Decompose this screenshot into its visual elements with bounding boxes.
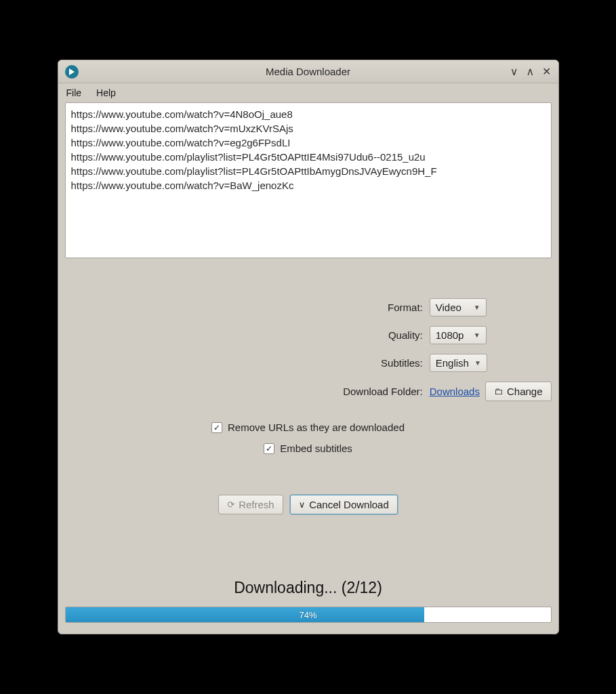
minimize-button[interactable]: ∨ bbox=[510, 66, 518, 77]
remove-urls-checkbox[interactable]: ✓ Remove URLs as they are downloaded bbox=[211, 422, 405, 433]
progress-bar: 74% bbox=[65, 607, 552, 623]
cancel-download-button[interactable]: ∨ Cancel Download bbox=[290, 495, 398, 514]
check-icon: ✓ bbox=[211, 422, 222, 433]
embed-subtitles-checkbox[interactable]: ✓ Embed subtitles bbox=[264, 443, 352, 454]
check-icon: ✓ bbox=[264, 443, 274, 454]
refresh-button[interactable]: ⟳ Refresh bbox=[218, 495, 283, 514]
window-controls: ∨ ∧ ✕ bbox=[510, 66, 552, 77]
play-icon bbox=[65, 65, 79, 79]
subtitles-value: English bbox=[436, 357, 469, 369]
quality-dropdown[interactable]: 1080p ▼ bbox=[430, 326, 487, 344]
checkbox-group: ✓ Remove URLs as they are downloaded ✓ E… bbox=[65, 422, 552, 454]
status-text: Downloading... (2/12) bbox=[65, 579, 552, 597]
menu-file[interactable]: File bbox=[64, 86, 85, 100]
menu-help[interactable]: Help bbox=[94, 86, 119, 100]
progress-label: 74% bbox=[66, 607, 551, 622]
cancel-download-label: Cancel Download bbox=[309, 499, 389, 510]
chevron-down-icon: ▼ bbox=[468, 331, 480, 339]
format-value: Video bbox=[436, 302, 461, 313]
content-area: Format: Video ▼ Quality: 1080p ▼ Subtitl… bbox=[58, 102, 558, 634]
app-window: Media Downloader ∨ ∧ ✕ File Help Format:… bbox=[58, 60, 559, 634]
embed-subtitles-label: Embed subtitles bbox=[280, 443, 352, 454]
titlebar: Media Downloader ∨ ∧ ✕ bbox=[58, 60, 558, 83]
refresh-icon: ⟳ bbox=[227, 499, 234, 510]
maximize-button[interactable]: ∧ bbox=[526, 66, 534, 77]
close-button[interactable]: ✕ bbox=[542, 66, 551, 77]
menubar: File Help bbox=[58, 83, 558, 102]
download-folder-link[interactable]: Downloads bbox=[430, 386, 480, 397]
quality-label: Quality: bbox=[65, 326, 430, 344]
window-title: Media Downloader bbox=[58, 66, 558, 77]
change-folder-button[interactable]: 🗀 Change bbox=[485, 382, 552, 401]
chevron-down-icon: ▼ bbox=[468, 304, 480, 311]
change-folder-label: Change bbox=[507, 386, 543, 397]
action-buttons: ⟳ Refresh ∨ Cancel Download bbox=[65, 495, 552, 514]
subtitles-dropdown[interactable]: English ▼ bbox=[430, 354, 487, 372]
options-form: Format: Video ▼ Quality: 1080p ▼ Subtitl… bbox=[65, 298, 552, 401]
chevron-down-icon: ▼ bbox=[469, 359, 481, 367]
url-textarea[interactable] bbox=[65, 102, 552, 258]
chevron-down-icon: ∨ bbox=[299, 499, 306, 510]
folder-label: Download Folder: bbox=[65, 382, 430, 401]
folder-icon: 🗀 bbox=[494, 386, 503, 396]
remove-urls-label: Remove URLs as they are downloaded bbox=[228, 422, 405, 433]
format-dropdown[interactable]: Video ▼ bbox=[430, 298, 487, 317]
format-label: Format: bbox=[65, 298, 430, 317]
quality-value: 1080p bbox=[436, 329, 464, 341]
refresh-label: Refresh bbox=[239, 499, 274, 510]
subtitles-label: Subtitles: bbox=[65, 354, 430, 372]
